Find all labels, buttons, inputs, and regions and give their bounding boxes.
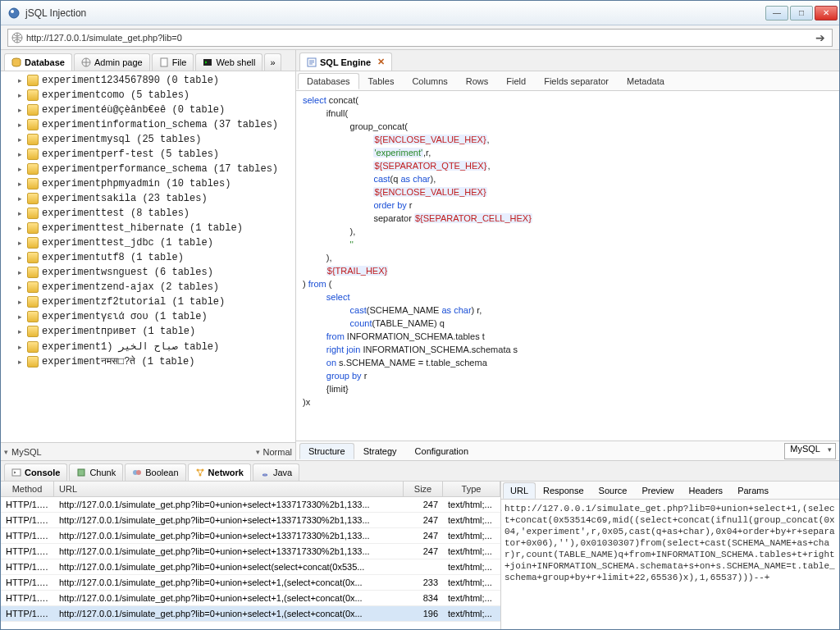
expander-icon[interactable]: ▸ xyxy=(16,150,24,158)
tree-item[interactable]: ▸experimentperformance_schema (17 tables… xyxy=(1,162,295,176)
database-icon xyxy=(27,311,39,322)
detailtab-params[interactable]: Params xyxy=(730,482,776,499)
detailtab-headers[interactable]: Headers xyxy=(682,482,731,499)
network-rows[interactable]: HTTP/1.1...http://127.0.0.1/simulate_get… xyxy=(1,497,500,629)
bottomtab-console[interactable]: Console xyxy=(4,463,67,481)
subtab-columns[interactable]: Columns xyxy=(403,73,456,89)
network-row[interactable]: HTTP/1.1...http://127.0.0.1/simulate_get… xyxy=(1,513,500,528)
subtab-metadata[interactable]: Metadata xyxy=(618,73,673,89)
tree-item[interactable]: ▸experimentγειά σου (1 table) xyxy=(1,309,295,324)
tree-item[interactable]: ▸experimentperf-test (5 tables) xyxy=(1,147,295,162)
expander-icon[interactable]: ▸ xyxy=(16,283,24,291)
database-icon xyxy=(27,89,39,101)
sql-code-area[interactable]: select concat( ifnull( group_concat( ${E… xyxy=(296,91,839,441)
database-icon xyxy=(27,296,39,308)
network-row[interactable]: HTTP/1.1...http://127.0.0.1/simulate_get… xyxy=(1,591,500,606)
status-mode[interactable]: ▾Normal xyxy=(256,447,292,457)
expander-icon[interactable]: ▸ xyxy=(16,343,24,351)
subtab-rows[interactable]: Rows xyxy=(457,73,498,89)
structtab-structure[interactable]: Structure xyxy=(299,443,354,459)
status-db-engine[interactable]: ▾MySQL xyxy=(4,447,42,457)
network-row[interactable]: HTTP/1.1...http://127.0.0.1/simulate_get… xyxy=(1,544,500,559)
detailtab-response[interactable]: Response xyxy=(536,482,591,499)
tree-item[interactable]: ▸experiment1234567890 (0 table) xyxy=(1,73,295,88)
tree-item[interactable]: ▸experimentcomo (5 tables) xyxy=(1,88,295,103)
file-icon xyxy=(159,57,169,67)
tab-file[interactable]: File xyxy=(152,53,194,71)
tree-item[interactable]: ▸experimenttest_hibernate (1 table) xyxy=(1,221,295,235)
structtab-configuration[interactable]: Configuration xyxy=(406,443,477,459)
expander-icon[interactable]: ▸ xyxy=(16,327,24,336)
header-method[interactable]: Method xyxy=(1,482,54,496)
expander-icon[interactable]: ▸ xyxy=(16,121,24,129)
tree-item[interactable]: ▸experimenttest_jdbc (1 table) xyxy=(1,235,295,250)
expander-icon[interactable]: ▸ xyxy=(16,268,24,276)
subtab-field[interactable]: Field xyxy=(497,73,535,89)
bottomtab-boolean[interactable]: Boolean xyxy=(125,463,185,481)
expander-icon[interactable]: ▸ xyxy=(16,224,24,232)
tree-label: experimentutf8 (1 table) xyxy=(42,252,184,263)
subtab-tables[interactable]: Tables xyxy=(359,73,404,89)
expander-icon[interactable]: ▸ xyxy=(16,76,24,84)
tree-item[interactable]: ▸experimentsakila (23 tables) xyxy=(1,191,295,206)
network-row[interactable]: HTTP/1.1...http://127.0.0.1/simulate_get… xyxy=(1,575,500,591)
tree-item[interactable]: ▸experimentmysql (25 tables) xyxy=(1,132,295,147)
tree-item[interactable]: ▸experimentutf8 (1 table) xyxy=(1,250,295,265)
tree-item[interactable]: ▸experimentwsnguest (6 tables) xyxy=(1,265,295,280)
bottomtab-chunk[interactable]: Chunk xyxy=(69,463,123,481)
tree-item[interactable]: ▸experiment1) صباح الخير table) xyxy=(1,339,295,354)
expander-icon[interactable]: ▸ xyxy=(16,313,24,321)
go-arrow-icon[interactable]: ➔ xyxy=(812,31,829,44)
tree-item[interactable]: ▸experimentनमस□?ते (1 table) xyxy=(1,354,295,369)
bottomtab-java[interactable]: Java xyxy=(253,463,299,481)
close-tab-icon[interactable]: ✕ xyxy=(377,57,385,67)
detailtab-preview[interactable]: Preview xyxy=(634,482,681,499)
network-row[interactable]: HTTP/1.1...http://127.0.0.1/simulate_get… xyxy=(1,606,500,622)
expander-icon[interactable]: ▸ xyxy=(16,253,24,262)
expander-icon[interactable]: ▸ xyxy=(16,298,24,306)
bottomtab-network[interactable]: Network xyxy=(188,463,251,481)
subtab-databases[interactable]: Databases xyxy=(298,73,359,89)
structtab-strategy[interactable]: Strategy xyxy=(354,443,406,459)
expander-icon[interactable]: ▸ xyxy=(16,194,24,203)
tab-web-shell[interactable]: Web shell xyxy=(195,53,262,71)
expander-icon[interactable]: ▸ xyxy=(16,91,24,99)
tree-item[interactable]: ▸experimentinformation_schema (37 tables… xyxy=(1,117,295,132)
header-url[interactable]: URL xyxy=(54,482,404,496)
tree-item[interactable]: ▸experimenttest (8 tables) xyxy=(1,206,295,221)
expander-icon[interactable]: ▸ xyxy=(16,180,24,188)
expander-icon[interactable]: ▸ xyxy=(16,135,24,144)
url-field[interactable]: http://127.0.0.1/simulate_get.php?lib=0 … xyxy=(7,29,833,47)
app-window: jSQL Injection — □ ✕ http://127.0.0.1/si… xyxy=(0,0,840,630)
expander-icon[interactable]: ▸ xyxy=(16,358,24,366)
tab-admin-page[interactable]: Admin page xyxy=(74,53,150,71)
tree-item[interactable]: ▸experimentéù@çèânb€eê (0 table) xyxy=(1,103,295,117)
tab-database[interactable]: Database xyxy=(4,53,72,71)
network-row[interactable]: HTTP/1.1...http://127.0.0.1/simulate_get… xyxy=(1,559,500,575)
database-icon xyxy=(27,267,39,278)
expander-icon[interactable]: ▸ xyxy=(16,239,24,247)
network-row[interactable]: HTTP/1.1...http://127.0.0.1/simulate_get… xyxy=(1,528,500,544)
header-type[interactable]: Type xyxy=(443,482,500,496)
tab-sql-engine[interactable]: SQL Engine ✕ xyxy=(299,52,392,71)
db-type-select[interactable]: MySQL xyxy=(784,443,836,459)
expander-icon[interactable]: ▸ xyxy=(16,106,24,114)
minimize-button[interactable]: — xyxy=(765,6,788,21)
tab-overflow[interactable]: » xyxy=(264,53,281,71)
header-size[interactable]: Size xyxy=(404,482,443,496)
tree-item[interactable]: ▸experimentпривет (1 table) xyxy=(1,324,295,339)
detailtab-url[interactable]: URL xyxy=(503,482,536,499)
expander-icon[interactable]: ▸ xyxy=(16,165,24,173)
tree-item[interactable]: ▸experimentphpmyadmin (10 tables) xyxy=(1,176,295,191)
tree-item[interactable]: ▸experimentzf2tutorial (1 table) xyxy=(1,294,295,309)
network-row[interactable]: HTTP/1.1...http://127.0.0.1/simulate_get… xyxy=(1,497,500,513)
tree-item[interactable]: ▸experimentzend-ajax (2 tables) xyxy=(1,280,295,294)
subtab-fields-separator[interactable]: Fields separator xyxy=(535,73,618,89)
detailtab-source[interactable]: Source xyxy=(591,482,635,499)
expander-icon[interactable]: ▸ xyxy=(16,209,24,217)
detail-body[interactable]: http://127.0.0.1/simulate_get.php?lib=0+… xyxy=(501,500,839,629)
titlebar: jSQL Injection — □ ✕ xyxy=(1,1,839,25)
database-tree[interactable]: ▸experiment1234567890 (0 table)▸experime… xyxy=(1,71,295,442)
maximize-button[interactable]: □ xyxy=(790,6,813,21)
close-button[interactable]: ✕ xyxy=(815,6,838,21)
